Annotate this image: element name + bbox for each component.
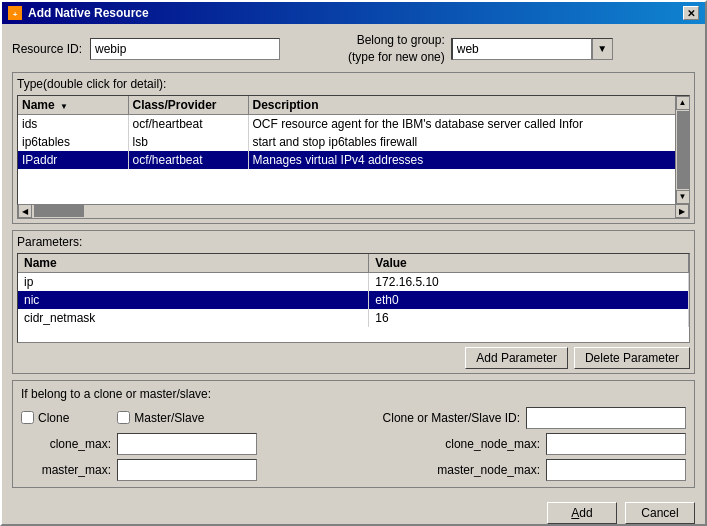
row-class: ocf/heartbeat: [128, 151, 248, 169]
row-class: ocf/heartbeat: [128, 114, 248, 133]
group-select-wrapper[interactable]: ▼: [451, 38, 613, 60]
belong-group-label1: Belong to group:: [357, 32, 445, 49]
param-row-selected[interactable]: nic eth0: [18, 291, 689, 309]
clone-or-ms-id-input[interactable]: [526, 407, 686, 429]
table-row-selected[interactable]: IPaddr ocf/heartbeat Manages virtual IPv…: [18, 151, 689, 169]
params-table-wrapper: Name Value ip 172.16.5.10: [17, 253, 690, 343]
clone-node-max-row: clone_node_max:: [445, 433, 686, 455]
group-dropdown-button[interactable]: ▼: [592, 39, 612, 59]
resource-id-label: Resource ID:: [12, 42, 82, 56]
master-slave-checkbox[interactable]: [117, 411, 130, 424]
scroll-left-button[interactable]: ◀: [18, 204, 32, 218]
row-class: lsb: [128, 133, 248, 151]
clone-checkboxes-row: Clone Master/Slave Clone or Master/Slave…: [21, 407, 686, 429]
param-row[interactable]: ip 172.16.5.10: [18, 272, 689, 291]
clone-id-section: Clone or Master/Slave ID:: [383, 407, 686, 429]
table-row[interactable]: ids ocf/heartbeat OCF resource agent for…: [18, 114, 689, 133]
param-row[interactable]: cidr_netmask 16: [18, 309, 689, 327]
row-name: IPaddr: [18, 151, 128, 169]
clone-checkbox-label[interactable]: Clone: [21, 411, 69, 425]
param-name: nic: [18, 291, 369, 309]
type-table-wrapper: Name ▼ Class/Provider Description: [17, 95, 690, 205]
param-buttons-row: Add Parameter Delete Parameter: [17, 347, 690, 369]
clone-max-row: clone_max:: [21, 433, 257, 455]
clone-node-max-label: clone_node_max:: [445, 437, 540, 451]
svg-text:+: +: [13, 10, 18, 19]
master-node-max-label: master_node_max:: [437, 463, 540, 477]
row-name: ids: [18, 114, 128, 133]
scroll-thumb[interactable]: [677, 111, 689, 189]
add-button[interactable]: Add: [547, 502, 617, 524]
params-label: Parameters:: [17, 235, 690, 249]
dialog: + Add Native Resource ✕ Resource ID: Bel…: [0, 0, 707, 526]
cancel-button[interactable]: Cancel: [625, 502, 695, 524]
params-table: Name Value ip 172.16.5.10: [18, 254, 689, 327]
delete-parameter-button[interactable]: Delete Parameter: [574, 347, 690, 369]
resource-id-row: Resource ID: Belong to group: (type for …: [12, 32, 695, 66]
master-max-label: master_max:: [21, 463, 111, 477]
scroll-h-thumb[interactable]: [34, 205, 84, 217]
title-bar: + Add Native Resource ✕: [2, 2, 705, 24]
clone-node-max-input[interactable]: [546, 433, 686, 455]
col-header-class: Class/Provider: [128, 96, 248, 115]
group-select-input[interactable]: [452, 38, 592, 60]
row-desc: Manages virtual IPv4 addresses: [248, 151, 689, 169]
param-col-name: Name: [18, 254, 369, 273]
clone-max-label: clone_max:: [21, 437, 111, 451]
type-section: Type(double click for detail): Name ▼ Cl: [12, 72, 695, 224]
clone-fields-row: clone_max: clone_node_max:: [21, 433, 686, 455]
add-parameter-button[interactable]: Add Parameter: [465, 347, 568, 369]
scroll-up-button[interactable]: ▲: [676, 96, 690, 110]
master-max-input[interactable]: [117, 459, 257, 481]
col-header-name: Name ▼: [18, 96, 128, 115]
row-desc: start and stop ip6tables firewall: [248, 133, 689, 151]
param-name: cidr_netmask: [18, 309, 369, 327]
horizontal-scrollbar[interactable]: ◀ ▶: [17, 205, 690, 219]
row-desc: OCF resource agent for the IBM's databas…: [248, 114, 689, 133]
clone-or-ms-id-label: Clone or Master/Slave ID:: [383, 411, 520, 425]
master-slave-checkbox-label[interactable]: Master/Slave: [117, 411, 204, 425]
param-col-value: Value: [369, 254, 689, 273]
param-value: 16: [369, 309, 689, 327]
table-row[interactable]: ip6tables lsb start and stop ip6tables f…: [18, 133, 689, 151]
param-value: eth0: [369, 291, 689, 309]
resource-id-input[interactable]: [90, 38, 280, 60]
close-button[interactable]: ✕: [683, 6, 699, 20]
clone-section: If belong to a clone or master/slave: Cl…: [12, 380, 695, 488]
bottom-buttons-row: Add Cancel: [2, 496, 705, 526]
master-node-max-input[interactable]: [546, 459, 686, 481]
col-header-desc: Description: [248, 96, 689, 115]
clone-max-input[interactable]: [117, 433, 257, 455]
add-button-label: Add: [571, 506, 592, 520]
dialog-icon: +: [8, 6, 22, 20]
clone-section-label: If belong to a clone or master/slave:: [21, 387, 686, 401]
type-label: Type(double click for detail):: [17, 77, 690, 91]
scroll-down-button[interactable]: ▼: [676, 190, 690, 204]
params-section: Parameters: Name Value: [12, 230, 695, 374]
scroll-right-button[interactable]: ▶: [675, 204, 689, 218]
type-table: Name ▼ Class/Provider Description: [18, 96, 689, 169]
dialog-title: Add Native Resource: [28, 6, 149, 20]
row-name: ip6tables: [18, 133, 128, 151]
clone-checkbox[interactable]: [21, 411, 34, 424]
master-node-max-row: master_node_max:: [437, 459, 686, 481]
vertical-scrollbar[interactable]: ▲ ▼: [675, 96, 689, 204]
belong-group-label2: (type for new one): [348, 49, 445, 66]
master-max-row: master_max:: [21, 459, 257, 481]
param-value: 172.16.5.10: [369, 272, 689, 291]
master-fields-row: master_max: master_node_max:: [21, 459, 686, 481]
param-name: ip: [18, 272, 369, 291]
